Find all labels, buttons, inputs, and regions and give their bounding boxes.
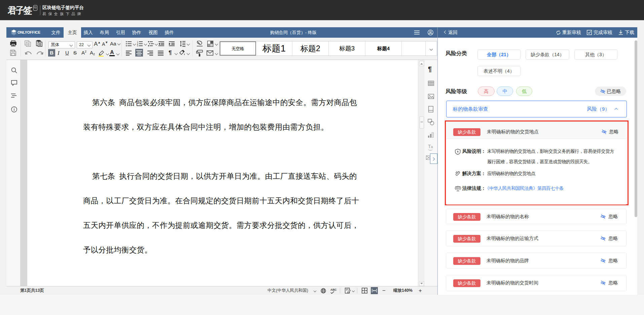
svg-text:3: 3 bbox=[137, 44, 138, 46]
